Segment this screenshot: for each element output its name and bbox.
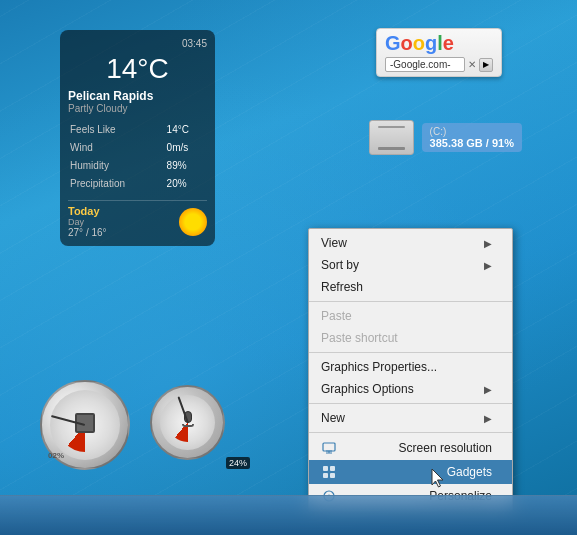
menu-label-paste-shortcut: Paste shortcut: [321, 331, 398, 345]
gauge-cpu: 02%: [40, 380, 140, 470]
screen-resolution-icon: [321, 440, 337, 456]
context-menu[interactable]: View ▶ Sort by ▶ Refresh Paste Paste sho…: [308, 228, 513, 512]
sort-by-arrow-icon: ▶: [484, 260, 492, 271]
gauge-circle-2: [150, 385, 225, 460]
gauge-mic: 24%: [150, 385, 250, 475]
drive-widget: (C:) 385.38 GB / 91%: [369, 120, 522, 155]
wind-value: 0m/s: [167, 140, 205, 156]
view-arrow-icon: ▶: [484, 238, 492, 249]
menu-separator-2: [309, 352, 512, 353]
menu-separator-4: [309, 432, 512, 433]
menu-item-sort-by[interactable]: Sort by ▶: [309, 254, 512, 276]
feels-like-label: Feels Like: [70, 122, 165, 138]
weather-location: Pelican Rapids: [68, 89, 207, 103]
weather-condition: Partly Cloudy: [68, 103, 207, 114]
today-label: Today: [68, 205, 107, 217]
menu-item-view[interactable]: View ▶: [309, 232, 512, 254]
menu-label-gadgets: Gadgets: [447, 465, 492, 479]
gadgets-icon: [321, 464, 337, 480]
menu-item-gadgets[interactable]: Gadgets: [309, 460, 512, 484]
today-temps: 27° / 16°: [68, 227, 107, 238]
menu-item-graphics-options[interactable]: Graphics Options ▶: [309, 378, 512, 400]
gauge-label-1: 02%: [48, 451, 64, 460]
precipitation-label: Precipitation: [70, 176, 165, 192]
google-gadget[interactable]: Google -Google.com- ✕ ▶: [376, 28, 502, 77]
google-logo: Google: [385, 33, 454, 53]
graphics-options-arrow-icon: ▶: [484, 384, 492, 395]
menu-separator-3: [309, 403, 512, 404]
weather-today: Today Day 27° / 16°: [68, 200, 207, 238]
menu-item-new[interactable]: New ▶: [309, 407, 512, 429]
drive-icon: [369, 120, 414, 155]
humidity-value: 89%: [167, 158, 205, 174]
gauge-widget: 02% 24%: [40, 380, 250, 475]
google-url-bar[interactable]: -Google.com- ✕ ▶: [385, 57, 493, 72]
menu-label-view: View: [321, 236, 347, 250]
weather-details: Feels Like 14°C Wind 0m/s Humidity 89% P…: [68, 120, 207, 194]
menu-label-paste: Paste: [321, 309, 352, 323]
svg-rect-4: [323, 466, 328, 471]
menu-item-screen-resolution[interactable]: Screen resolution: [309, 436, 512, 460]
menu-label-new: New: [321, 411, 345, 425]
menu-item-paste: Paste: [309, 305, 512, 327]
wind-label: Wind: [70, 140, 165, 156]
taskbar[interactable]: [0, 495, 577, 535]
humidity-label: Humidity: [70, 158, 165, 174]
weather-time: 03:45: [68, 38, 207, 49]
menu-item-paste-shortcut: Paste shortcut: [309, 327, 512, 349]
google-url-input[interactable]: -Google.com-: [385, 57, 465, 72]
precipitation-value: 20%: [167, 176, 205, 192]
gauge-percent-2: 24%: [226, 457, 250, 469]
today-sub-label: Day: [68, 217, 107, 227]
svg-rect-5: [330, 466, 335, 471]
google-close-button[interactable]: ✕: [468, 59, 476, 70]
svg-rect-0: [323, 443, 335, 451]
weather-temperature: 14°C: [68, 53, 207, 85]
weather-widget: 03:45 14°C Pelican Rapids Partly Cloudy …: [60, 30, 215, 246]
new-arrow-icon: ▶: [484, 413, 492, 424]
drive-size: 385.38 GB / 91%: [430, 137, 514, 149]
gauge-inner-1: [50, 390, 120, 460]
menu-label-refresh: Refresh: [321, 280, 363, 294]
menu-item-graphics-properties[interactable]: Graphics Properties...: [309, 356, 512, 378]
menu-label-graphics-properties: Graphics Properties...: [321, 360, 437, 374]
menu-label-sort-by: Sort by: [321, 258, 359, 272]
svg-rect-7: [330, 473, 335, 478]
menu-separator-1: [309, 301, 512, 302]
feels-like-value: 14°C: [167, 122, 205, 138]
menu-label-screen-resolution: Screen resolution: [399, 441, 492, 455]
menu-item-refresh[interactable]: Refresh: [309, 276, 512, 298]
sun-icon: [179, 208, 207, 236]
menu-label-graphics-options: Graphics Options: [321, 382, 414, 396]
gauge-inner-2: [160, 395, 215, 450]
svg-rect-6: [323, 473, 328, 478]
drive-info: (C:) 385.38 GB / 91%: [422, 123, 522, 152]
drive-label: (C:): [430, 126, 514, 137]
google-go-button[interactable]: ▶: [479, 58, 493, 72]
